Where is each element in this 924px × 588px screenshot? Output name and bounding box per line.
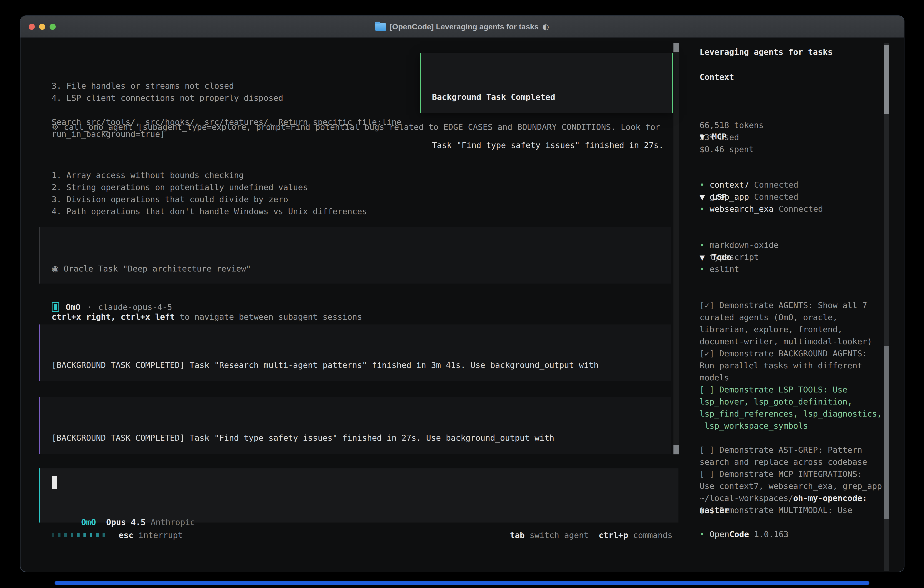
git-branch: master <box>700 504 729 516</box>
tool-call-body-line: 3. Division operations that could divide… <box>52 193 633 205</box>
switch-agent-label: switch agent <box>530 529 589 541</box>
toast-title: Background Task Completed <box>432 91 672 103</box>
tab-key-hint: tab <box>510 529 525 541</box>
todo-line: librarian, explore, frontend, <box>700 323 882 335</box>
todo-line: Use context7, websearch_exa, grep_app <box>700 480 882 492</box>
agent-model: claude-opus-4-5 <box>98 301 172 313</box>
traffic-lights <box>29 16 56 37</box>
mcp-item: •context7Connected <box>700 179 823 191</box>
agent-separator: · <box>87 301 92 313</box>
todo-line: [ ] Demonstrate LSP TOOLS: Use <box>700 383 882 396</box>
scrollback-line <box>52 104 401 116</box>
mcp-status: Connected <box>754 192 798 202</box>
lsp-item: •markdown-oxide <box>700 239 779 251</box>
context-stat-line: 66,518 tokens <box>700 119 764 131</box>
commands-label: commands <box>633 529 673 541</box>
session-title: Leveraging agents for tasks <box>700 46 833 58</box>
lsp-name: markdown-oxide <box>710 240 779 249</box>
workspace-repo: oh-my-opencode: <box>793 494 867 503</box>
gear-icon: ⚙ <box>52 121 64 133</box>
content-scrollbar-thumb-top[interactable] <box>673 43 679 52</box>
esc-key-hint: esc <box>119 529 134 541</box>
chevron-down-icon: ▼ <box>700 131 712 143</box>
statusbar-right: tab switch agent ctrl+p commands <box>510 529 673 541</box>
task-line1: [BACKGROUND TASK COMPLETED] Task "Resear… <box>52 359 671 371</box>
app-name-bold: Code <box>729 530 749 539</box>
input-model[interactable]: Opus 4.5 <box>106 517 145 527</box>
task-message-block: [BACKGROUND TASK COMPLETED] Task "Find t… <box>39 397 671 454</box>
close-button[interactable] <box>29 24 35 30</box>
app-version-row: •OpenCode1.0.163 <box>700 528 789 540</box>
text-cursor <box>52 476 57 489</box>
fisheye-icon: ◉ <box>52 264 59 273</box>
oracle-task-title: ◉ Oracle Task "Deep architecture review" <box>52 263 671 275</box>
app-name-regular: Open <box>710 530 729 539</box>
sidebar-scrollbar-thumb-bottom[interactable] <box>884 346 889 519</box>
green-dot-icon: • <box>700 179 710 191</box>
task-line1: [BACKGROUND TASK COMPLETED] Task "Find t… <box>52 432 671 444</box>
chevron-down-icon: ▼ <box>700 251 712 264</box>
todo-line: [✓] Demonstrate AGENTS: Show all 7 <box>700 299 882 311</box>
todo-line: lsp_find_references, lsp_diagnostics, <box>700 408 882 420</box>
oracle-task-panel: ◉ Oracle Task "Deep architecture review"… <box>39 227 671 284</box>
todo-line: [ ] Demonstrate MCP INTEGRATIONS: <box>700 468 882 480</box>
todo-line: search and replace across codebase <box>700 456 882 468</box>
oracle-hint-text: to navigate between subagent sessions <box>175 312 362 322</box>
green-dot-icon: • <box>700 528 710 540</box>
content-scrollbar-track[interactable] <box>673 43 679 455</box>
tool-call-body-line: 2. String operations on potentially unde… <box>52 181 633 193</box>
scrollback-line: 4. LSP client connections not properly d… <box>52 92 401 104</box>
todo-line: document-writer, multimodal-looker) <box>700 335 882 347</box>
todo-line: models <box>700 372 882 383</box>
half-moon-icon: ◐ <box>542 22 549 31</box>
todo-list: [✓] Demonstrate AGENTS: Show all 7curate… <box>700 263 882 516</box>
ctrlp-key-hint: ctrl+p <box>599 529 628 541</box>
agent-header: OmO · claude-opus-4-5 <box>52 301 172 313</box>
tool-call-line: ⚙call_omo_agent [subagent_type=explore, … <box>52 121 660 133</box>
todo-line: [ ] Demonstrate AST-GREP: Pattern <box>700 444 882 456</box>
sidebar-scrollbar-thumb-top[interactable] <box>884 45 889 114</box>
folder-icon <box>375 23 386 31</box>
todo-line: lsp_hover, lsp_goto_definition, <box>700 396 882 408</box>
lsp-section-header[interactable]: ▼LSP <box>700 191 727 203</box>
workspace-path: ~/local-workspaces/oh-my-opencode: <box>700 492 867 504</box>
content-scrollbar-thumb-bottom[interactable] <box>673 445 679 454</box>
input-provider: Anthropic <box>150 517 195 527</box>
prompt-input[interactable]: OmOOpus 4.5Anthropic <box>39 468 678 522</box>
context-heading: Context <box>700 71 734 83</box>
scrollback-line: 3. File handles or streams not closed <box>52 80 401 92</box>
chevron-down-icon: ▼ <box>700 191 712 203</box>
mcp-section-header[interactable]: ▼MCP <box>700 130 727 143</box>
opencode-window: [OpenCode] Leveraging agents for tasks ◐… <box>20 15 904 572</box>
green-dot-icon: • <box>700 239 710 251</box>
workspace-prefix: ~/local-workspaces/ <box>700 494 793 503</box>
todo-line <box>700 432 882 444</box>
input-agent: OmO <box>81 517 96 527</box>
titlebar[interactable]: [OpenCode] Leveraging agents for tasks ◐ <box>20 16 904 38</box>
window-title-group: [OpenCode] Leveraging agents for tasks ◐ <box>375 22 549 31</box>
background-task-toast: Background Task Completed Task "Find typ… <box>420 53 673 113</box>
task-message-block: [BACKGROUND TASK COMPLETED] Task "Resear… <box>39 324 671 381</box>
todo-section-header[interactable]: ▼Todo <box>700 251 732 264</box>
agent-icon <box>52 302 59 312</box>
window-title: [OpenCode] Leveraging agents for tasks <box>389 22 539 31</box>
todo-line: lsp_workspace_symbols <box>700 420 882 432</box>
todo-line: Run parallel tasks with different <box>700 360 882 372</box>
tool-call-body-line: 4. Path operations that don't handle Win… <box>52 205 633 217</box>
mcp-status: Connected <box>779 204 823 213</box>
todo-line: [✓] Demonstrate BACKGROUND AGENTS: <box>700 347 882 360</box>
zoom-button[interactable] <box>50 24 56 30</box>
tool-call-body: 1. Array access without bounds checking2… <box>52 133 633 241</box>
desktop-accent-strip <box>54 581 870 585</box>
tool-call-text: call_omo_agent [subagent_type=explore, p… <box>64 122 660 132</box>
mcp-name: context7 <box>710 180 749 189</box>
interrupt-label: interrupt <box>139 529 183 541</box>
todo-line: curated agents (OmO, oracle, <box>700 311 882 323</box>
progress-spinner <box>52 533 105 537</box>
tool-call-body-line: 1. Array access without bounds checking <box>52 169 633 181</box>
agent-name: OmO <box>66 301 81 313</box>
app-version: 1.0.163 <box>754 530 789 539</box>
minimize-button[interactable] <box>39 24 45 30</box>
statusbar-left: esc interrupt <box>52 529 183 541</box>
mcp-status: Connected <box>754 180 798 189</box>
